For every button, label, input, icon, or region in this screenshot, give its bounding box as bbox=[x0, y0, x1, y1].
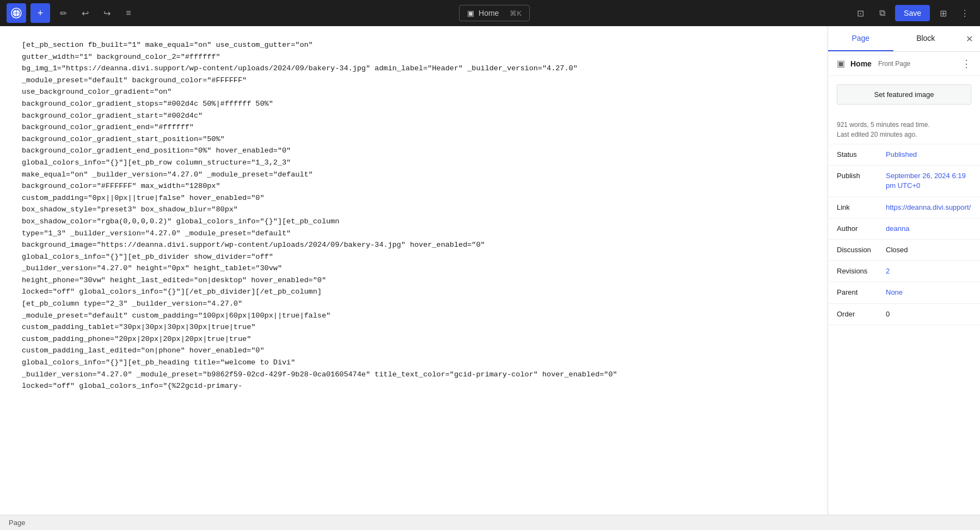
link-value[interactable]: https://deanna.divi.support/ bbox=[886, 203, 971, 212]
discussion-row: Discussion Closed bbox=[828, 240, 980, 261]
page-icon: ▣ bbox=[467, 9, 474, 17]
author-label: Author bbox=[837, 224, 886, 233]
editor-content[interactable]: [et_pb_section fb_built="1" make_equal="… bbox=[22, 39, 806, 392]
revisions-row: Revisions 2 bbox=[828, 261, 980, 282]
sidebar-header: Page Block ✕ bbox=[828, 26, 980, 52]
home-label: Home bbox=[479, 9, 499, 17]
meta-info: 921 words, 5 minutes read time. Last edi… bbox=[828, 113, 980, 144]
external-icon-button[interactable]: ⧉ bbox=[873, 4, 891, 22]
author-value[interactable]: deanna bbox=[886, 224, 971, 234]
page-title-row: ▣ Home Front Page ⋮ bbox=[828, 52, 980, 76]
bottom-bar: Page bbox=[0, 515, 980, 530]
toolbar-center: ▣ Home ⌘K bbox=[142, 5, 847, 21]
parent-label: Parent bbox=[837, 288, 886, 296]
toolbar: + ✏ ↩ ↪ ≡ ▣ Home ⌘K ⊡ ⧉ Save ⊞ ⋮ bbox=[0, 0, 980, 26]
parent-row: Parent None bbox=[828, 282, 980, 303]
page-more-button[interactable]: ⋮ bbox=[961, 59, 971, 69]
order-label: Order bbox=[837, 309, 886, 318]
status-row: Status Published bbox=[828, 144, 980, 166]
settings-icon-button[interactable]: ⊞ bbox=[934, 4, 952, 22]
revisions-value[interactable]: 2 bbox=[886, 266, 971, 276]
meta-words: 921 words, 5 minutes read time. bbox=[837, 120, 971, 130]
link-label: Link bbox=[837, 203, 886, 211]
page-title: Home bbox=[850, 59, 872, 68]
toolbar-right: ⊡ ⧉ Save ⊞ ⋮ bbox=[852, 4, 973, 22]
more-options-button[interactable]: ⋮ bbox=[956, 4, 973, 22]
link-row: Link https://deanna.divi.support/ bbox=[828, 197, 980, 218]
editor-area[interactable]: [et_pb_section fb_built="1" make_equal="… bbox=[0, 26, 828, 515]
revisions-label: Revisions bbox=[837, 266, 886, 275]
properties-table: Status Published Publish September 26, 2… bbox=[828, 144, 980, 325]
save-button[interactable]: Save bbox=[895, 5, 930, 21]
front-page-badge: Front Page bbox=[878, 60, 910, 68]
edit-button[interactable]: ✏ bbox=[54, 4, 72, 22]
order-row: Order 0 bbox=[828, 304, 980, 325]
tab-page[interactable]: Page bbox=[828, 26, 893, 51]
list-view-button[interactable]: ≡ bbox=[120, 4, 137, 22]
home-button[interactable]: ▣ Home ⌘K bbox=[459, 5, 530, 21]
publish-value[interactable]: September 26, 2024 6:19 pm UTC+0 bbox=[886, 171, 971, 191]
parent-value[interactable]: None bbox=[886, 288, 971, 297]
meta-edited: Last edited 20 minutes ago. bbox=[837, 130, 971, 139]
page-document-icon: ▣ bbox=[837, 58, 845, 69]
sidebar-close-button[interactable]: ✕ bbox=[958, 28, 980, 50]
main-area: [et_pb_section fb_built="1" make_equal="… bbox=[0, 26, 980, 515]
undo-button[interactable]: ↩ bbox=[76, 4, 94, 22]
publish-label: Publish bbox=[837, 171, 886, 180]
status-value[interactable]: Published bbox=[886, 150, 971, 160]
add-button[interactable]: + bbox=[30, 3, 50, 23]
view-icon-button[interactable]: ⊡ bbox=[852, 4, 869, 22]
set-featured-image-button[interactable]: Set featured image bbox=[837, 84, 971, 105]
link-anchor[interactable]: https://deanna.divi.support/ bbox=[886, 203, 971, 211]
tab-block[interactable]: Block bbox=[893, 26, 959, 51]
status-label: Status bbox=[837, 150, 886, 159]
wordpress-logo bbox=[7, 3, 26, 23]
keyboard-shortcut: ⌘K bbox=[510, 9, 522, 17]
redo-button[interactable]: ↪ bbox=[98, 4, 115, 22]
author-row: Author deanna bbox=[828, 218, 980, 240]
toolbar-left: + ✏ ↩ ↪ ≡ bbox=[7, 3, 137, 23]
order-value: 0 bbox=[886, 309, 971, 319]
sidebar: Page Block ✕ ▣ Home Front Page ⋮ Set fea… bbox=[828, 26, 980, 515]
discussion-value: Closed bbox=[886, 245, 971, 255]
discussion-label: Discussion bbox=[837, 245, 886, 254]
publish-row: Publish September 26, 2024 6:19 pm UTC+0 bbox=[828, 166, 980, 197]
bottom-page-label: Page bbox=[9, 519, 25, 527]
